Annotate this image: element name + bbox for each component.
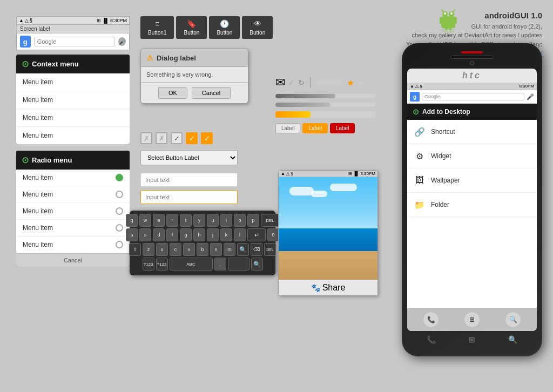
key-search-small[interactable]: 🔍 [237, 243, 249, 256]
radio-menu-item[interactable]: Menu item [16, 236, 130, 253]
context-menu-item[interactable]: Menu item [16, 109, 130, 127]
phone-status-icons-left: ▲ △ § [410, 84, 422, 89]
select-dropdown[interactable]: Select Button Label Option 1 Option 2 [140, 150, 238, 165]
key-x[interactable]: x [156, 243, 168, 256]
buttons-strip: ≡ Button1 🔖 Button 🕐 Button 👁 Button [140, 16, 273, 39]
input-field-1[interactable] [140, 173, 238, 187]
key-o[interactable]: o [234, 214, 246, 227]
key-e[interactable]: e [153, 214, 165, 227]
key-abc[interactable]: ABC [170, 258, 213, 271]
context-menu-item[interactable]: Menu item [16, 73, 130, 91]
svg-rect-7 [454, 17, 457, 24]
sand [279, 251, 377, 280]
key-m[interactable]: m [224, 243, 235, 256]
key-k[interactable]: k [220, 228, 232, 241]
hw-back-button[interactable]: 🔍 [508, 335, 517, 344]
key-q[interactable]: q [126, 214, 138, 227]
clock-icon: 🕐 [220, 19, 229, 28]
svg-rect-8 [445, 25, 448, 30]
key-l[interactable]: l [234, 228, 246, 241]
key-h[interactable]: h [193, 228, 205, 241]
key-p[interactable]: p [247, 214, 259, 227]
button4[interactable]: 👁 Button [242, 16, 273, 39]
context-menu-item[interactable]: Menu item [16, 127, 130, 144]
dialog-header: ⚠ Dialog label [141, 49, 248, 67]
key-c[interactable]: c [170, 243, 181, 256]
radio-button[interactable] [116, 207, 123, 215]
radio-button-active[interactable] [116, 174, 123, 181]
small-phone-status: ▲ △ § ⊞ ▐▌ 8:30PM [279, 171, 377, 177]
key-s[interactable]: s [139, 228, 151, 241]
key-w[interactable]: w [139, 214, 151, 227]
radio-menu-item[interactable]: Menu item [16, 203, 130, 220]
hw-call-button[interactable]: 📞 [427, 335, 436, 344]
key-num-sym2[interactable]: ?123 [156, 258, 168, 271]
radio-button[interactable] [116, 191, 123, 198]
radio-menu-item[interactable]: Menu item [16, 186, 130, 203]
nav-home-button[interactable]: ⊞ [464, 312, 480, 328]
key-d[interactable]: d [153, 228, 165, 241]
key-r[interactable]: r [166, 214, 178, 227]
key-search[interactable]: 🔍 [251, 258, 263, 271]
key-i[interactable]: i [220, 214, 232, 227]
context-menu-item[interactable]: Menu item [16, 91, 130, 109]
checkbox-unchecked[interactable]: ✗ [140, 132, 152, 144]
atd-item-wallpaper[interactable]: 🖼 Wallpaper [407, 168, 537, 193]
checkbox-unchecked[interactable]: ✗ [156, 132, 167, 144]
water [279, 228, 377, 251]
input-field-2[interactable] [140, 190, 238, 204]
mic-icon[interactable]: 🎤 [118, 37, 126, 46]
key-y[interactable]: y [193, 214, 205, 227]
key-num0[interactable]: 0 [267, 228, 279, 241]
progress-fill-orange [275, 111, 311, 118]
key-t[interactable]: t [180, 214, 192, 227]
atd-item-folder[interactable]: 📁 Folder [407, 193, 537, 217]
key-comma[interactable]: , [214, 258, 226, 271]
checkbox-checked[interactable]: ✓ [171, 132, 183, 144]
atd-item-widget[interactable]: ⚙ Widget [407, 144, 537, 168]
button1[interactable]: ≡ Button1 [140, 16, 174, 39]
key-v[interactable]: v [183, 243, 195, 256]
nav-search-button[interactable]: 🔍 [505, 312, 521, 328]
phone-mic-icon[interactable]: 🎤 [527, 93, 534, 100]
atd-item-shortcut[interactable]: 🔗 Shortcut [407, 120, 537, 144]
share-icon: 🐾 [311, 283, 320, 292]
button2[interactable]: 🔖 Button [176, 16, 207, 39]
search-input[interactable] [34, 37, 115, 46]
phone-search-input[interactable] [422, 93, 524, 100]
button3[interactable]: 🕐 Button [209, 16, 240, 39]
keyboard-row-4: ?123 ?123 ABC , 🔍 [133, 258, 272, 271]
keyboard-row-1: q w e r t y u i o p DEL [133, 214, 272, 227]
radio-button[interactable] [116, 241, 123, 248]
context-menu-header: ⊙ Context menu [16, 55, 130, 73]
refresh-icon: ↻ [298, 78, 305, 87]
checkbox-checked-orange[interactable]: ✓ [201, 132, 213, 144]
key-space[interactable] [228, 258, 249, 271]
key-n[interactable]: n [210, 243, 222, 256]
key-b[interactable]: b [197, 243, 208, 256]
key-shift[interactable]: ⇧ [129, 243, 141, 256]
key-a[interactable]: a [126, 228, 138, 241]
key-f[interactable]: f [166, 228, 178, 241]
key-num-sym[interactable]: ?123 [143, 258, 154, 271]
nav-call-button[interactable]: 📞 [423, 312, 439, 328]
radio-button[interactable] [116, 224, 123, 232]
phone-status-time: 8:30PM [519, 84, 534, 89]
radio-menu-item[interactable]: Menu item [16, 220, 130, 236]
dialog-ok-button[interactable]: OK [158, 87, 187, 99]
key-del[interactable]: DEL [261, 214, 279, 227]
key-g[interactable]: g [180, 228, 192, 241]
radio-menu-item[interactable]: Menu item [16, 170, 130, 186]
checkbox-checked-orange[interactable]: ✓ [186, 132, 198, 144]
key-u[interactable]: u [207, 214, 219, 227]
labels-row: Label Label Label [275, 123, 375, 133]
key-backspace[interactable]: ⌫ [251, 243, 262, 256]
cancel-button[interactable]: Cancel [16, 253, 130, 267]
dialog-cancel-button[interactable]: Cancel [192, 87, 231, 99]
star-icon: ★ [347, 78, 354, 88]
key-enter[interactable]: ↵ [247, 228, 266, 241]
key-z[interactable]: z [143, 243, 154, 256]
hw-menu-button[interactable]: ⊞ [469, 335, 475, 344]
key-del2[interactable]: DEL [264, 243, 276, 256]
key-j[interactable]: j [207, 228, 219, 241]
